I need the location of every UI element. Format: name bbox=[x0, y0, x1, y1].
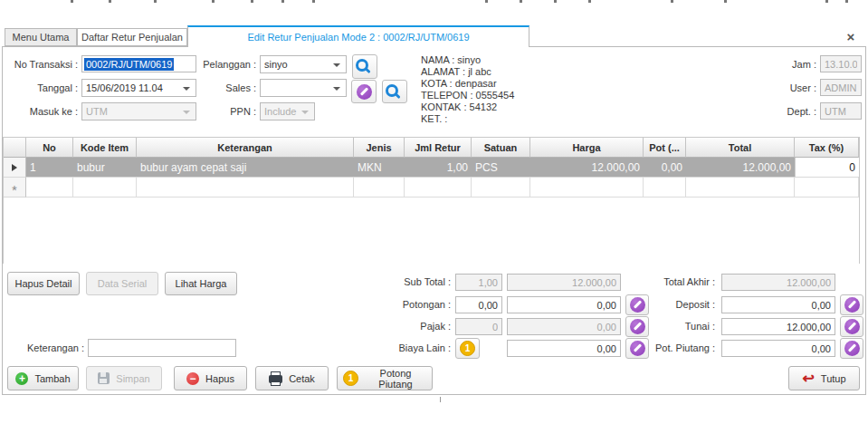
grid-header-selector bbox=[4, 138, 26, 158]
cell-empty[interactable] bbox=[354, 178, 405, 198]
keterangan-label: Keterangan : bbox=[7, 342, 84, 353]
cell-keterangan[interactable]: bubur ayam cepat saji bbox=[137, 158, 354, 178]
hapus-button[interactable]: −Hapus bbox=[174, 366, 247, 390]
cell-empty[interactable] bbox=[472, 178, 530, 198]
lihat-harga-button[interactable]: Lihat Harga bbox=[165, 272, 237, 295]
clipped-text-fragment bbox=[312, 0, 315, 3]
tab-menu-utama[interactable]: Menu Utama bbox=[5, 28, 77, 46]
chevron-down-icon bbox=[333, 87, 340, 91]
grid-header-no[interactable]: No bbox=[26, 138, 73, 158]
no-transaksi-label: No Transaksi : bbox=[0, 59, 78, 70]
potongan-amount-field[interactable] bbox=[507, 296, 621, 313]
pencil-icon bbox=[357, 84, 372, 100]
minus-icon: − bbox=[186, 372, 199, 385]
tab-daftar-retur-penjualan[interactable]: Daftar Retur Penjualan bbox=[77, 28, 187, 46]
sales-search-button[interactable] bbox=[382, 80, 407, 103]
pajak-label: Pajak : bbox=[369, 321, 451, 332]
grid-header-tax[interactable]: Tax (%) bbox=[795, 138, 859, 158]
sales-combobox[interactable] bbox=[260, 79, 347, 97]
pelanggan-value: sinyo bbox=[264, 59, 288, 70]
info-nama: NAMA : sinyo bbox=[421, 54, 514, 66]
tambah-label: Tambah bbox=[34, 373, 70, 384]
sales-edit-button[interactable] bbox=[351, 80, 377, 103]
clipped-text-fragment bbox=[154, 0, 157, 3]
cell-empty[interactable] bbox=[137, 178, 354, 198]
potong-piutang-button[interactable]: Potong Piutang bbox=[337, 366, 433, 390]
deposit-field[interactable] bbox=[721, 296, 835, 313]
clipped-text-fragment bbox=[251, 0, 253, 3]
cell-jenis[interactable]: MKN bbox=[354, 158, 405, 178]
cell-kode-item[interactable]: bubur bbox=[73, 158, 137, 178]
cell-empty[interactable] bbox=[26, 178, 73, 198]
clipped-text-fragment bbox=[485, 0, 488, 3]
grid-header-pot[interactable]: Pot (... bbox=[644, 138, 686, 158]
pot-piutang-field[interactable] bbox=[721, 340, 835, 357]
cell-pot[interactable]: 0,00 bbox=[644, 158, 686, 178]
new-row-selector-cell[interactable]: * bbox=[4, 178, 26, 198]
simpan-label: Simpan bbox=[116, 373, 149, 384]
grid-header-harga[interactable]: Harga bbox=[530, 138, 644, 158]
potongan-label: Potongan : bbox=[369, 299, 451, 310]
cell-empty[interactable] bbox=[405, 178, 472, 198]
info-kota: KOTA : denpasar bbox=[421, 78, 514, 90]
cell-empty[interactable] bbox=[73, 178, 137, 198]
cell-tax[interactable]: 0 bbox=[795, 158, 859, 178]
data-serial-button: Data Serial bbox=[86, 272, 158, 295]
cell-total[interactable]: 12.000,00 bbox=[686, 158, 795, 178]
info-kontak: KONTAK : 54132 bbox=[421, 101, 514, 113]
grid-header-jml-retur[interactable]: Jml Retur bbox=[405, 138, 472, 158]
cell-jml-retur[interactable]: 1,00 bbox=[405, 158, 472, 178]
deposit-label: Deposit : bbox=[634, 299, 715, 310]
table-row[interactable]: 1 bubur bubur ayam cepat saji MKN 1,00 P… bbox=[4, 158, 859, 178]
save-disk-icon bbox=[98, 372, 110, 384]
dept-label: Dept. : bbox=[762, 106, 816, 117]
biaya-lain-amount-field[interactable] bbox=[507, 340, 621, 357]
current-row-icon bbox=[12, 164, 17, 171]
clipped-text-fragment bbox=[109, 0, 111, 3]
chevron-down-icon bbox=[333, 63, 340, 67]
cell-empty[interactable] bbox=[686, 178, 795, 198]
tambah-button[interactable]: +Tambah bbox=[7, 366, 79, 390]
row-selector-cell[interactable] bbox=[4, 158, 26, 178]
close-icon[interactable]: × bbox=[842, 27, 860, 45]
cell-harga[interactable]: 12.000,00 bbox=[530, 158, 644, 178]
jam-field bbox=[820, 55, 862, 72]
grid-header-keterangan[interactable]: Keterangan bbox=[137, 138, 354, 158]
cetak-button[interactable]: Cetak bbox=[255, 366, 329, 390]
clipped-text-fragment bbox=[588, 0, 591, 3]
tab-edit-retur-penjualan[interactable]: Edit Retur Penjualan Mode 2 : 0002/RJ/UT… bbox=[187, 25, 529, 47]
potongan-pct-field[interactable] bbox=[455, 296, 502, 313]
cell-empty[interactable] bbox=[644, 178, 686, 198]
cell-satuan[interactable]: PCS bbox=[472, 158, 530, 178]
grid-header-satuan[interactable]: Satuan bbox=[472, 138, 530, 158]
tunai-field[interactable] bbox=[721, 318, 835, 335]
cell-empty[interactable] bbox=[530, 178, 644, 198]
clipped-text-fragment bbox=[554, 0, 557, 3]
biaya-lain-button[interactable] bbox=[455, 338, 480, 359]
masuk-ke-value: UTM bbox=[86, 106, 108, 117]
tutup-button[interactable]: ↩Tutup bbox=[788, 366, 860, 390]
grid-header-jenis[interactable]: Jenis bbox=[354, 138, 405, 158]
pelanggan-search-button[interactable] bbox=[352, 54, 377, 79]
biaya-lain-label: Biaya Lain : bbox=[369, 342, 451, 353]
chevron-down-icon bbox=[301, 111, 309, 114]
deposit-edit-button[interactable] bbox=[840, 294, 863, 315]
return-arrow-icon: ↩ bbox=[802, 371, 814, 386]
no-transaksi-selected-text: 0002/RJ/UTM/0619 bbox=[84, 58, 174, 71]
clipped-text-fragment bbox=[520, 0, 522, 3]
cell-no[interactable]: 1 bbox=[26, 158, 73, 178]
grid-header-total[interactable]: Total bbox=[686, 138, 795, 158]
tunai-edit-button[interactable] bbox=[840, 316, 863, 337]
cetak-label: Cetak bbox=[289, 373, 315, 384]
grid-header-kode-item[interactable]: Kode Item bbox=[73, 138, 137, 158]
items-grid: No Kode Item Keterangan Jenis Jml Retur … bbox=[3, 137, 860, 264]
sub-total-label: Sub Total : bbox=[369, 276, 451, 287]
keterangan-input[interactable] bbox=[88, 339, 236, 357]
info-ket: KET. : bbox=[421, 113, 514, 125]
pelanggan-combobox[interactable]: sinyo bbox=[260, 55, 347, 73]
pot-piutang-edit-button[interactable] bbox=[840, 338, 863, 359]
cell-empty[interactable] bbox=[795, 178, 859, 198]
hapus-detail-button[interactable]: Hapus Detail bbox=[7, 272, 80, 295]
grid-new-row[interactable]: * bbox=[4, 178, 859, 198]
clipped-text-fragment bbox=[281, 0, 284, 3]
